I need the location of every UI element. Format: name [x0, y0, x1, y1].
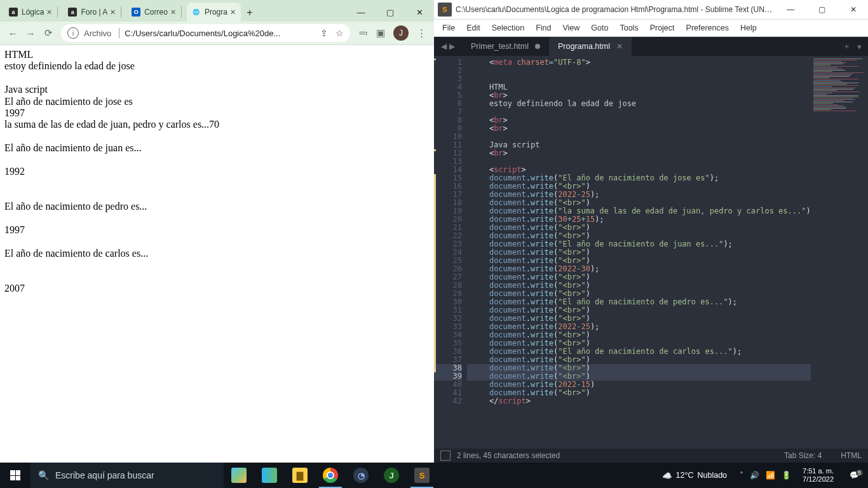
page-line: El año de nacimiento de carlos es... — [4, 248, 430, 259]
maximize-button[interactable]: ▢ — [376, 3, 405, 22]
weather-icon: ☁️ — [662, 471, 672, 480]
new-tab-button[interactable]: + — [241, 4, 259, 22]
chrome-titlebar: a Lógica ✕ a Foro | A ✕ O Correo ✕ — [0, 0, 434, 22]
favicon-icon: a — [9, 8, 18, 17]
status-syntax[interactable]: HTML — [841, 451, 862, 460]
maximize-button[interactable]: ▢ — [808, 0, 837, 19]
minimize-button[interactable]: — — [776, 0, 805, 19]
sublime-titlebar: S C:\Users\carlu\Documents\Logica de pro… — [434, 0, 868, 20]
menu-goto[interactable]: Goto — [585, 22, 614, 34]
minimap[interactable] — [811, 56, 868, 449]
app-task-view[interactable] — [254, 463, 285, 488]
site-info-icon[interactable]: i — [67, 27, 79, 39]
sublime-logo-icon: S — [438, 3, 452, 17]
app-painting[interactable] — [224, 463, 254, 488]
chrome-tab-2[interactable]: O Correo ✕ — [126, 3, 187, 22]
sublime-tab-bar: ◀ ▶ Primer_test.html Programa.html ✕ ＋ ▾ — [434, 37, 868, 56]
favicon-icon: 🌐 — [192, 8, 201, 17]
chrome-tab-3[interactable]: 🌐 Progra ✕ — [187, 3, 241, 22]
weather-temp: 12°C — [676, 471, 694, 480]
bookmark-icon[interactable]: ☆ — [336, 28, 344, 38]
tab-close-icon[interactable]: ✕ — [46, 8, 52, 17]
address-bar[interactable]: i Archivo C:/Users/carlu/Documents/Logic… — [61, 24, 350, 42]
app-sublime[interactable]: S — [407, 463, 437, 488]
taskbar-clock[interactable]: 7:51 a. m. 7/12/2022 — [796, 467, 840, 484]
clock-time: 7:51 a. m. — [803, 467, 834, 475]
tray-chevron-icon[interactable]: ˄ — [740, 471, 743, 480]
page-line: 2007 — [4, 283, 430, 294]
menu-find[interactable]: Find — [530, 22, 557, 34]
tab-title: Progra — [205, 8, 227, 17]
tab-close-icon[interactable]: ✕ — [110, 8, 116, 17]
tab-close-icon[interactable]: ✕ — [170, 8, 176, 17]
sublime-title: C:\Users\carlu\Documents\Logica de progr… — [456, 5, 776, 14]
tab-close-icon[interactable]: ✕ — [616, 42, 623, 51]
reload-button[interactable]: ⟳ — [39, 24, 57, 42]
tray-volume-icon[interactable]: 🔊 — [750, 471, 759, 480]
minimize-button[interactable]: — — [346, 3, 376, 22]
start-button[interactable] — [0, 463, 31, 488]
tray-battery-icon[interactable]: 🔋 — [782, 471, 791, 480]
sublime-tab-1[interactable]: Programa.html ✕ — [549, 37, 632, 56]
omnibox-path: C:/Users/carlu/Documents/Logica%20de... — [125, 29, 280, 38]
app-green[interactable]: J — [376, 463, 407, 488]
taskbar-search[interactable]: 🔍 Escribe aquí para buscar — [31, 463, 224, 488]
code-content[interactable]: <meta charset="UTF-8"> HTML <br> estoy d… — [467, 56, 811, 449]
editor-area[interactable]: 1234567891011121314151617181920212223242… — [434, 56, 868, 449]
menu-project[interactable]: Project — [644, 22, 681, 34]
menu-edit[interactable]: Edit — [461, 22, 486, 34]
favicon-icon: O — [132, 8, 140, 17]
profile-avatar[interactable]: J — [393, 25, 409, 41]
page-line: El año de nacimiento de pedro es... — [4, 201, 430, 212]
page-line: 1992 — [4, 166, 430, 177]
sublime-window: S C:\Users\carlu\Documents\Logica de pro… — [434, 0, 868, 463]
chrome-tab-0[interactable]: a Lógica ✕ — [4, 3, 63, 22]
tab-close-icon[interactable]: ✕ — [230, 8, 236, 17]
close-button[interactable]: ✕ — [839, 0, 868, 19]
chrome-tabs: a Lógica ✕ a Foro | A ✕ O Correo ✕ — [0, 0, 346, 22]
page-content: HTML estoy definiendo la edad de jose Ja… — [0, 45, 434, 298]
menu-help[interactable]: Help — [735, 22, 763, 34]
app-file-explorer[interactable]: ▇ — [285, 463, 315, 488]
menu-view[interactable]: View — [557, 22, 585, 34]
tab-title: Foro | A — [81, 8, 107, 17]
chrome-window: a Lógica ✕ a Foro | A ✕ O Correo ✕ — [0, 0, 434, 463]
notification-count: 5 — [856, 470, 863, 476]
reading-list-icon[interactable]: ≕ — [354, 24, 372, 42]
menu-button[interactable]: ⋮ — [412, 24, 430, 42]
tab-title: Correo — [144, 8, 168, 17]
sublime-statusbar: 2 lines, 45 characters selected Tab Size… — [434, 449, 868, 463]
chrome-tab-1[interactable]: a Foro | A ✕ — [63, 3, 126, 22]
panel-switch-icon[interactable] — [440, 451, 451, 461]
app-chrome-alt[interactable]: ◔ — [346, 463, 376, 488]
clock-date: 7/12/2022 — [803, 475, 834, 484]
menu-tools[interactable]: Tools — [614, 22, 644, 34]
forward-button[interactable]: → — [22, 24, 39, 42]
status-selection: 2 lines, 45 characters selected — [457, 451, 560, 460]
sidepanel-icon[interactable]: ▣ — [372, 24, 390, 42]
sublime-window-controls: — ▢ ✕ — [776, 0, 868, 19]
weather-widget[interactable]: ☁️ 12°C Nublado — [654, 471, 735, 480]
weather-desc: Nublado — [697, 471, 727, 480]
system-tray[interactable]: ˄ 🔊 📶 🔋 — [735, 471, 796, 480]
taskbar-right: ☁️ 12°C Nublado ˄ 🔊 📶 🔋 7:51 a. m. 7/12/… — [654, 463, 868, 488]
page-line: 1997 — [4, 107, 430, 119]
new-tab-icon[interactable]: ＋ — [843, 41, 851, 52]
tray-wifi-icon[interactable]: 📶 — [766, 471, 775, 480]
menu-selection[interactable]: Selection — [486, 22, 530, 34]
status-tabsize[interactable]: Tab Size: 4 — [784, 451, 822, 460]
menu-preferences[interactable]: Preferences — [681, 22, 735, 34]
sublime-tab-0[interactable]: Primer_test.html — [462, 37, 549, 56]
page-line: El año de nacimiento de juan es... — [4, 142, 430, 154]
back-button[interactable]: ← — [4, 24, 22, 42]
action-center-button[interactable]: 💬 5 — [840, 471, 868, 480]
menu-file[interactable]: File — [437, 22, 461, 34]
search-placeholder: Escribe aquí para buscar — [55, 470, 154, 480]
share-icon[interactable]: ⇪ — [320, 28, 328, 38]
taskbar-apps: ▇ ◔ J S — [224, 463, 437, 488]
page-line: El año de nacimiento de jose es — [4, 96, 430, 107]
close-button[interactable]: ✕ — [405, 3, 434, 22]
app-chrome[interactable] — [315, 463, 346, 488]
tab-dropdown-icon[interactable]: ▾ — [857, 42, 862, 51]
tab-history-nav[interactable]: ◀ ▶ — [434, 37, 462, 56]
